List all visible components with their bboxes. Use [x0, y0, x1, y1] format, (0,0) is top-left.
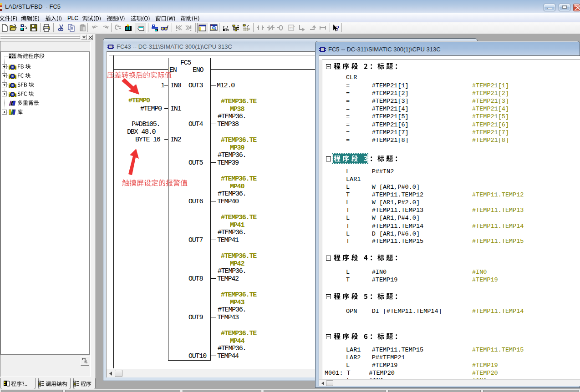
svg-text:?: ? [336, 25, 339, 32]
svg-text:??: ?? [289, 26, 293, 30]
